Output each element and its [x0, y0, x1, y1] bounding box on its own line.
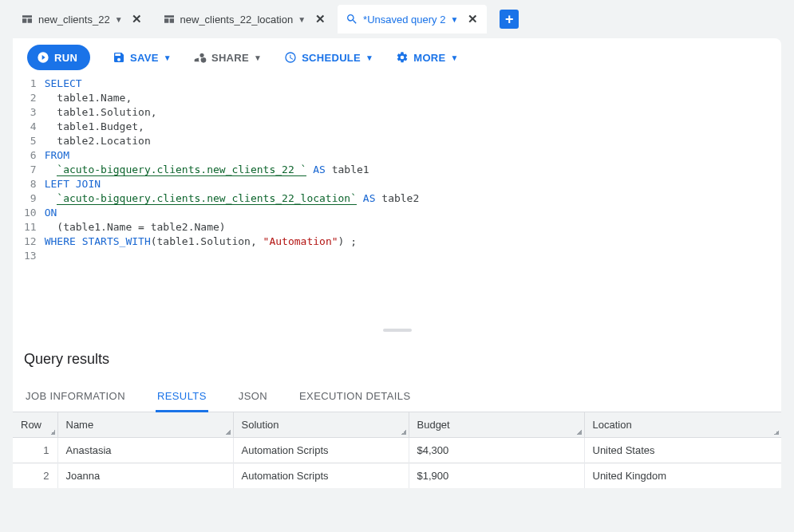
schedule-button[interactable]: SCHEDULE ▼	[284, 51, 373, 64]
cell: United Kingdom	[584, 463, 781, 489]
tab-unsaved-query-2[interactable]: *Unsaved query 2 ▼ ✕	[338, 5, 487, 33]
results-tab-execution-details[interactable]: EXECUTION DETAILS	[298, 382, 412, 412]
chevron-down-icon: ▼	[164, 53, 172, 62]
tab-label: new_clients_22	[38, 14, 110, 26]
play-icon	[37, 51, 49, 64]
line-number: 1	[24, 77, 37, 91]
results-tab-results[interactable]: RESULTS	[156, 382, 208, 412]
gear-icon	[396, 51, 409, 64]
add-tab-button[interactable]: +	[500, 10, 519, 29]
close-icon[interactable]: ✕	[466, 13, 479, 26]
query-panel: RUN SAVE ▼ SHARE ▼ SCHEDULE ▼ MORE ▼ 123…	[13, 38, 781, 324]
code-line[interactable]: SELECT	[45, 77, 781, 91]
line-number: 11	[24, 220, 37, 234]
cell: Anastasia	[57, 438, 233, 463]
code-line[interactable]: WHERE STARTS_WITH(table1.Solution, "Auto…	[45, 234, 781, 249]
chevron-down-icon: ▼	[254, 53, 262, 62]
query-icon	[346, 13, 358, 26]
cell: $4,300	[409, 438, 584, 463]
line-number: 12	[24, 234, 37, 249]
more-label: MORE	[413, 52, 445, 64]
results-tab-json[interactable]: JSON	[237, 382, 269, 412]
run-button[interactable]: RUN	[27, 45, 90, 70]
tab-new-clients-22[interactable]: new_clients_22 ▼ ✕	[13, 5, 152, 33]
run-label: RUN	[54, 52, 77, 64]
code-line[interactable]: `acuto-bigquery.clients.new_clients_22 `…	[45, 163, 781, 177]
line-number: 13	[24, 249, 37, 263]
code-line[interactable]: table1.Budget,	[45, 120, 781, 134]
line-number: 3	[24, 105, 37, 120]
column-header-row[interactable]: Row	[13, 412, 57, 438]
code-area[interactable]: SELECT table1.Name, table1.Solution, tab…	[45, 77, 781, 314]
chevron-down-icon: ▼	[365, 53, 373, 62]
column-header-name[interactable]: Name	[57, 412, 233, 438]
tab-label: *Unsaved query 2	[363, 14, 445, 26]
cell: $1,900	[409, 463, 584, 489]
line-number: 9	[24, 191, 37, 206]
code-line[interactable]: ON	[45, 206, 781, 220]
share-label: SHARE	[211, 52, 249, 64]
line-number: 10	[24, 206, 37, 220]
code-line[interactable]: FROM	[45, 148, 781, 163]
chevron-down-icon[interactable]: ▼	[115, 15, 123, 24]
chevron-down-icon[interactable]: ▼	[298, 15, 306, 24]
code-line[interactable]: table2.Location	[45, 134, 781, 148]
line-number: 7	[24, 163, 37, 177]
table-icon	[163, 13, 176, 26]
chevron-down-icon: ▼	[450, 53, 458, 62]
code-line[interactable]	[45, 249, 781, 263]
chevron-down-icon[interactable]: ▼	[450, 15, 458, 24]
schedule-label: SCHEDULE	[302, 52, 361, 64]
column-header-location[interactable]: Location	[584, 412, 781, 438]
save-icon	[113, 51, 125, 64]
line-number: 8	[24, 177, 37, 191]
share-icon	[194, 51, 207, 64]
close-icon[interactable]: ✕	[131, 13, 144, 26]
table-row[interactable]: 2JoannaAutomation Scripts$1,900United Ki…	[13, 463, 781, 489]
tab-label: new_clients_22_location	[180, 14, 294, 26]
more-button[interactable]: MORE ▼	[396, 51, 458, 64]
results-tabs: JOB INFORMATIONRESULTSJSONEXECUTION DETA…	[13, 382, 781, 412]
share-button[interactable]: SHARE ▼	[194, 51, 262, 64]
cell: Automation Scripts	[233, 463, 409, 489]
results-panel: Query results JOB INFORMATIONRESULTSJSON…	[13, 337, 781, 488]
tab-new-clients-22-location[interactable]: new_clients_22_location ▼ ✕	[155, 5, 335, 33]
code-line[interactable]: (table1.Name = table2.Name)	[45, 220, 781, 234]
column-header-budget[interactable]: Budget	[409, 412, 584, 438]
table-icon	[21, 13, 34, 26]
results-tab-job-information[interactable]: JOB INFORMATION	[24, 382, 127, 412]
results-title: Query results	[13, 346, 781, 382]
resize-handle[interactable]	[13, 324, 781, 337]
line-number: 4	[24, 120, 37, 134]
code-line[interactable]: `acuto-bigquery.clients.new_clients_22_l…	[45, 191, 781, 206]
sql-editor[interactable]: 12345678910111213 SELECT table1.Name, ta…	[13, 77, 781, 324]
tabs-bar: new_clients_22 ▼ ✕ new_clients_22_locati…	[0, 0, 794, 38]
line-number: 5	[24, 134, 37, 148]
code-line[interactable]: LEFT JOIN	[45, 177, 781, 191]
line-gutter: 12345678910111213	[13, 77, 45, 314]
close-icon[interactable]: ✕	[314, 13, 326, 26]
save-button[interactable]: SAVE ▼	[113, 51, 172, 64]
cell: 1	[13, 438, 57, 463]
toolbar: RUN SAVE ▼ SHARE ▼ SCHEDULE ▼ MORE ▼	[13, 38, 781, 77]
cell: Automation Scripts	[233, 438, 409, 463]
results-table: RowNameSolutionBudgetLocation 1Anastasia…	[13, 412, 781, 488]
clock-icon	[284, 51, 297, 64]
code-line[interactable]: table1.Name,	[45, 91, 781, 105]
save-label: SAVE	[130, 52, 159, 64]
cell: Joanna	[57, 463, 233, 489]
cell: 2	[13, 463, 57, 489]
line-number: 2	[24, 91, 37, 105]
column-header-solution[interactable]: Solution	[233, 412, 409, 438]
cell: United States	[584, 438, 781, 463]
line-number: 6	[24, 148, 37, 163]
table-row[interactable]: 1AnastasiaAutomation Scripts$4,300United…	[13, 438, 781, 463]
code-line[interactable]: table1.Solution,	[45, 105, 781, 120]
